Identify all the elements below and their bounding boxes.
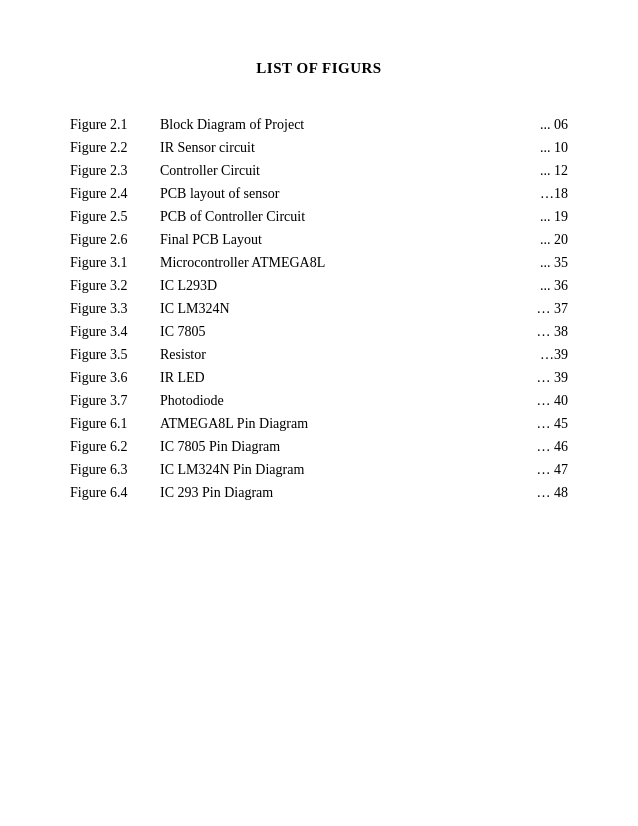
figure-title: Resistor [160, 343, 508, 366]
figure-id: Figure 2.3 [70, 159, 160, 182]
figure-page: … 39 [508, 366, 568, 389]
table-row: Figure 3.7Photodiode… 40 [70, 389, 568, 412]
figure-title: Microcontroller ATMEGA8L [160, 251, 508, 274]
figure-title: IC L293D [160, 274, 508, 297]
figure-id: Figure 3.1 [70, 251, 160, 274]
figure-title: IR Sensor circuit [160, 136, 508, 159]
figure-title: ATMEGA8L Pin Diagram [160, 412, 508, 435]
table-row: Figure 2.5PCB of Controller Circuit... 1… [70, 205, 568, 228]
figure-id: Figure 6.2 [70, 435, 160, 458]
figure-page: … 38 [508, 320, 568, 343]
figure-page: ... 35 [508, 251, 568, 274]
figure-id: Figure 2.4 [70, 182, 160, 205]
figure-id: Figure 3.3 [70, 297, 160, 320]
figure-id: Figure 2.5 [70, 205, 160, 228]
figure-id: Figure 6.1 [70, 412, 160, 435]
figure-title: IC LM324N Pin Diagram [160, 458, 508, 481]
table-row: Figure 2.1Block Diagram of Project... 06 [70, 113, 568, 136]
table-row: Figure 2.2IR Sensor circuit... 10 [70, 136, 568, 159]
figure-title: Final PCB Layout [160, 228, 508, 251]
figure-page: ... 19 [508, 205, 568, 228]
figure-title: PCB layout of sensor [160, 182, 508, 205]
figure-page: … 47 [508, 458, 568, 481]
table-row: Figure 3.6IR LED… 39 [70, 366, 568, 389]
figures-table: Figure 2.1Block Diagram of Project... 06… [70, 113, 568, 504]
page-title: LIST OF FIGURS [70, 60, 568, 77]
figure-title: Photodiode [160, 389, 508, 412]
figure-page: … 40 [508, 389, 568, 412]
table-row: Figure 3.3IC LM324N… 37 [70, 297, 568, 320]
table-row: Figure 6.1ATMEGA8L Pin Diagram… 45 [70, 412, 568, 435]
figure-id: Figure 6.4 [70, 481, 160, 504]
figure-page: …18 [508, 182, 568, 205]
figure-id: Figure 3.7 [70, 389, 160, 412]
figure-page: ... 20 [508, 228, 568, 251]
table-row: Figure 3.4IC 7805… 38 [70, 320, 568, 343]
table-row: Figure 2.3Controller Circuit... 12 [70, 159, 568, 182]
figure-id: Figure 2.6 [70, 228, 160, 251]
figure-title: Controller Circuit [160, 159, 508, 182]
figure-id: Figure 2.2 [70, 136, 160, 159]
table-row: Figure 6.2IC 7805 Pin Diagram… 46 [70, 435, 568, 458]
figure-id: Figure 2.1 [70, 113, 160, 136]
figure-page: ... 10 [508, 136, 568, 159]
figure-id: Figure 3.2 [70, 274, 160, 297]
figure-page: … 37 [508, 297, 568, 320]
figure-id: Figure 3.4 [70, 320, 160, 343]
figure-title: PCB of Controller Circuit [160, 205, 508, 228]
figure-title: IC 293 Pin Diagram [160, 481, 508, 504]
figure-page: ... 06 [508, 113, 568, 136]
figure-title: IC 7805 [160, 320, 508, 343]
figure-page: … 46 [508, 435, 568, 458]
figure-page: ... 36 [508, 274, 568, 297]
figure-page: … 45 [508, 412, 568, 435]
table-row: Figure 3.2IC L293D... 36 [70, 274, 568, 297]
figure-title: IC 7805 Pin Diagram [160, 435, 508, 458]
figure-title: IR LED [160, 366, 508, 389]
table-row: Figure 3.5Resistor…39 [70, 343, 568, 366]
table-row: Figure 6.3IC LM324N Pin Diagram… 47 [70, 458, 568, 481]
figure-title: Block Diagram of Project [160, 113, 508, 136]
table-row: Figure 2.4PCB layout of sensor…18 [70, 182, 568, 205]
figure-id: Figure 3.6 [70, 366, 160, 389]
table-row: Figure 2.6Final PCB Layout... 20 [70, 228, 568, 251]
figure-page: ... 12 [508, 159, 568, 182]
figure-page: … 48 [508, 481, 568, 504]
figure-id: Figure 3.5 [70, 343, 160, 366]
figure-id: Figure 6.3 [70, 458, 160, 481]
figure-title: IC LM324N [160, 297, 508, 320]
table-row: Figure 6.4IC 293 Pin Diagram… 48 [70, 481, 568, 504]
table-row: Figure 3.1Microcontroller ATMEGA8L... 35 [70, 251, 568, 274]
figure-page: …39 [508, 343, 568, 366]
